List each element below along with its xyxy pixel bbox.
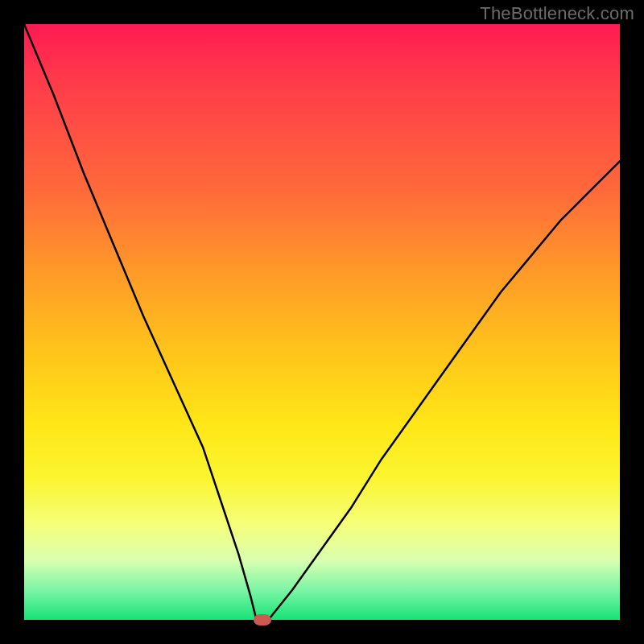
watermark-text: TheBottleneck.com [480,3,634,24]
optimum-marker [254,614,271,625]
bottleneck-curve [24,24,620,620]
plot-area [24,24,620,620]
chart-frame: TheBottleneck.com [0,0,644,644]
curve-path [24,24,620,620]
